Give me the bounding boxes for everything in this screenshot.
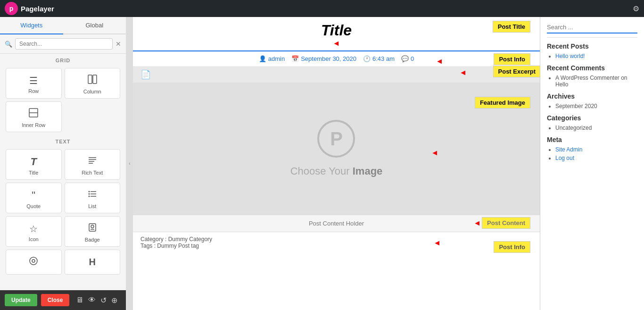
author-icon: 👤 bbox=[259, 55, 266, 62]
sidebar-tabs: Widgets Global bbox=[0, 17, 126, 34]
quote-icon: " bbox=[32, 189, 35, 201]
text-section-label: TEXT bbox=[0, 135, 126, 146]
column-label: Column bbox=[83, 89, 101, 94]
collapse-handle[interactable]: ‹ bbox=[126, 17, 133, 310]
archives-title: Archives bbox=[547, 92, 637, 100]
recent-posts-list: Hello world! bbox=[547, 53, 637, 59]
widget-rich-text[interactable]: Rich Text bbox=[65, 149, 121, 180]
svg-point-15 bbox=[91, 225, 94, 228]
logo-area: p Pagelayer bbox=[5, 2, 54, 15]
rich-text-label: Rich Text bbox=[82, 170, 103, 176]
recent-comments-list: A WordPress Commenter on Hello bbox=[547, 75, 637, 88]
svg-rect-0 bbox=[88, 75, 92, 84]
post-comments: 💬 0 bbox=[401, 55, 414, 62]
post-meta-area: Category : Dummy Category Tags : Dummy P… bbox=[133, 232, 540, 256]
recent-comments-title: Recent Comments bbox=[547, 64, 637, 72]
logo-text: Pagelayer bbox=[21, 5, 54, 13]
top-bar: p Pagelayer ⚙ bbox=[0, 0, 644, 17]
post-content-tooltip: Post Content bbox=[482, 217, 530, 229]
widget-list[interactable]: List bbox=[65, 183, 121, 213]
history-icon[interactable]: ↺ bbox=[100, 296, 107, 305]
date-text: September 30, 2020 bbox=[301, 55, 356, 62]
comments-text: 0 bbox=[411, 55, 414, 62]
canvas-main: Title ◄ Post Title 👤 admin 📅 September 3… bbox=[133, 17, 540, 310]
search-input[interactable] bbox=[15, 38, 113, 50]
icon-label: Icon bbox=[29, 236, 39, 242]
recent-post-link[interactable]: Hello world! bbox=[555, 53, 585, 59]
post-info-bar: 👤 admin 📅 September 30, 2020 🕐 6:43 am 💬… bbox=[133, 51, 540, 67]
widget-inner-row[interactable]: Inner Row bbox=[6, 101, 62, 132]
svg-point-8 bbox=[88, 191, 90, 193]
search-bar: 🔍 ✕ bbox=[0, 34, 126, 54]
svg-point-12 bbox=[88, 196, 90, 197]
svg-rect-1 bbox=[93, 75, 97, 84]
meta-title: Meta bbox=[547, 136, 637, 143]
featured-image-placeholder: P Choose Your Image bbox=[290, 120, 383, 177]
post-author: 👤 admin bbox=[259, 55, 285, 62]
post-info-tooltip: Post Info bbox=[494, 53, 530, 65]
post-excerpt-tooltip: Post Excerpt bbox=[493, 66, 540, 77]
post-title-arrow: ◄ bbox=[333, 39, 340, 48]
svg-point-10 bbox=[88, 193, 90, 195]
canvas-sidebar-search bbox=[547, 22, 637, 38]
tab-widgets[interactable]: Widgets bbox=[0, 17, 63, 34]
list-item: Site Admin bbox=[555, 146, 637, 153]
row-label: Row bbox=[28, 88, 39, 94]
left-sidebar: Widgets Global 🔍 ✕ GRID ☰ Row Column bbox=[0, 17, 126, 310]
update-button[interactable]: Update bbox=[5, 294, 37, 306]
title-icon: T bbox=[31, 156, 37, 168]
clock-icon: 🕐 bbox=[363, 55, 371, 62]
list-item: A WordPress Commenter on Hello bbox=[555, 75, 637, 88]
meta-link-2[interactable]: Log out bbox=[555, 155, 574, 161]
inner-row-label: Inner Row bbox=[22, 122, 45, 128]
close-button[interactable]: Close bbox=[41, 294, 70, 306]
toolbar-icons: 🖥 👁 ↺ ⊕ bbox=[76, 296, 117, 305]
post-time: 🕐 6:43 am bbox=[363, 55, 395, 62]
logo-icon: p bbox=[5, 2, 18, 15]
categories-list: Uncategorized bbox=[547, 125, 637, 131]
svg-point-18 bbox=[32, 260, 35, 262]
widget-badge[interactable]: Badge bbox=[65, 216, 121, 247]
title-label: Title bbox=[29, 170, 38, 176]
post-content-arrow: ◄ bbox=[473, 219, 481, 227]
bottom-toolbar: Update Close 🖥 👁 ↺ ⊕ bbox=[0, 290, 126, 310]
recent-comment-text: A WordPress Commenter on Hello bbox=[555, 75, 627, 88]
list-item: Hello world! bbox=[555, 53, 637, 59]
widget-quote[interactable]: " Quote bbox=[6, 183, 62, 213]
category-text: Uncategorized bbox=[555, 125, 592, 131]
clear-search-icon[interactable]: ✕ bbox=[116, 40, 121, 48]
widget-icon[interactable]: ☆ Icon bbox=[6, 216, 62, 247]
widget-column[interactable]: Column bbox=[65, 68, 121, 99]
post-excerpt-area: 📄 ◄ Post Excerpt bbox=[133, 67, 540, 83]
desktop-icon[interactable]: 🖥 bbox=[76, 296, 83, 305]
widget-heading[interactable]: H bbox=[65, 250, 121, 275]
choose-image-text: Choose Your Image bbox=[290, 165, 383, 177]
featured-image-logo: P bbox=[317, 120, 355, 158]
archive-text: September 2020 bbox=[555, 103, 597, 109]
icon-star-icon: ☆ bbox=[29, 223, 38, 235]
widget-misc1[interactable] bbox=[6, 250, 62, 275]
post-title-section: Title ◄ Post Title bbox=[133, 17, 540, 51]
gear-icon[interactable]: ⚙ bbox=[633, 4, 639, 13]
badge-icon bbox=[87, 222, 98, 235]
meta-list: Site Admin Log out bbox=[547, 146, 637, 161]
widget-row[interactable]: ☰ Row bbox=[6, 68, 62, 99]
author-text: admin bbox=[268, 55, 285, 62]
widget-title[interactable]: T Title bbox=[6, 149, 62, 180]
excerpt-arrow: ◄ bbox=[459, 68, 467, 77]
network-icon[interactable]: ⊕ bbox=[111, 296, 117, 305]
recent-posts-title: Recent Posts bbox=[547, 42, 637, 50]
time-text: 6:43 am bbox=[372, 55, 395, 62]
main-layout: Widgets Global 🔍 ✕ GRID ☰ Row Column bbox=[0, 17, 644, 310]
post-info-arrow: ◄ bbox=[436, 57, 443, 66]
preview-icon[interactable]: 👁 bbox=[88, 296, 96, 305]
excerpt-icon: 📄 bbox=[140, 69, 151, 80]
tab-global[interactable]: Global bbox=[63, 17, 126, 34]
post-content-holder: Post Content Holder ◄ Post Content bbox=[133, 215, 540, 232]
canvas-search-input[interactable] bbox=[547, 22, 637, 34]
row-icon: ☰ bbox=[29, 75, 38, 86]
post-title-tooltip: Post Title bbox=[493, 21, 530, 33]
archives-list: September 2020 bbox=[547, 103, 637, 109]
post-category: Category : Dummy Category bbox=[140, 236, 532, 243]
meta-link-1[interactable]: Site Admin bbox=[555, 146, 582, 153]
